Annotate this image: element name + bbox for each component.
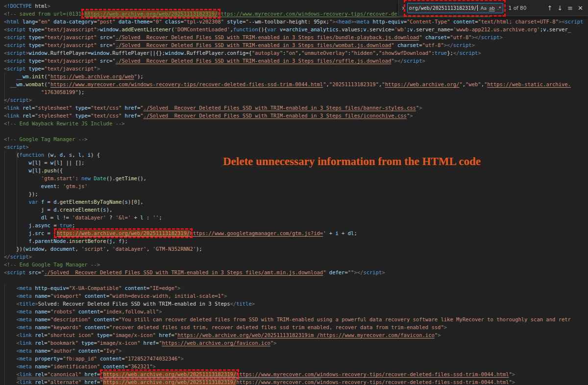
annotation-text: Delete unnecessary information from the …: [223, 155, 481, 168]
code-line: <script>: [4, 143, 588, 151]
code-line: 'gtm.start': new Date().getTime(),: [4, 174, 588, 182]
code-line: <script>window.RufflePlayer=window.Ruffl…: [4, 49, 588, 57]
code-line: <script type="text/javascript">: [4, 65, 588, 72]
code-line: [4, 276, 588, 284]
code-line: dl = l != 'dataLayer' ? '&l=' + l : '';: [4, 214, 588, 221]
code-line: <!-- Google Tag Manager -->: [4, 135, 588, 143]
find-input[interactable]: org/web/20251113182319/ Aa ab .*: [407, 3, 503, 13]
code-line: <link rel="bookmark" type="image/x-icon"…: [4, 339, 588, 347]
annotation-red-box: https://web.archive.org/web/202511131823…: [84, 11, 218, 17]
code-line: <link rel="shortcut icon" type="image/x-…: [4, 331, 588, 339]
previous-match-icon[interactable]: ↑: [547, 5, 552, 11]
annotation-red-box: https://web.archive.org/web/202511131823…: [57, 230, 190, 236]
code-line: j.src = 'https://web.archive.org/web/202…: [4, 229, 588, 237]
close-icon[interactable]: ✕: [578, 5, 583, 11]
code-line: <html lang="en" data-category="post" dat…: [4, 18, 588, 25]
code-line: <script src="./Solved_ Recover Deleted F…: [4, 268, 588, 276]
code-line: </script>: [4, 96, 588, 104]
code-line: <link rel="stylesheet" type="text/css" h…: [4, 104, 588, 112]
code-line: j.async = true;: [4, 221, 588, 229]
code-line: <link rel="stylesheet" type="text/css" h…: [4, 112, 588, 120]
toggle-replace-chevron-icon[interactable]: ›: [401, 4, 406, 11]
horizontal-scrollbar[interactable]: [17, 377, 321, 380]
code-line: "1763058199");: [4, 88, 588, 96]
code-line: <script type="text/javascript" src="./So…: [4, 41, 588, 49]
find-input-red-box: org/web/20251113182319/ Aa ab .*: [407, 3, 503, 13]
code-line: </script>: [4, 253, 588, 261]
code-line: <meta name="viewport" content="width=dev…: [4, 292, 588, 300]
code-line: [4, 127, 588, 135]
find-widget: › org/web/20251113182319/ Aa ab .* 1 of …: [398, 0, 588, 16]
code-line: event: 'gtm.js': [4, 182, 588, 190]
next-match-icon[interactable]: ↓: [557, 5, 563, 11]
code-line: <!-- End Google Tag Manager -->: [4, 261, 588, 268]
find-in-selection-icon[interactable]: ≡: [567, 5, 573, 11]
find-query-text: org/web/20251113182319/: [409, 5, 477, 11]
code-line: });: [4, 190, 588, 198]
code-line: __wm.init("https://web.archive.org/web")…: [4, 72, 588, 80]
code-line: <script type="text/javascript" src="./So…: [4, 57, 588, 65]
match-case-icon[interactable]: Aa: [481, 5, 487, 11]
code-line: <script type="text/javascript" src="./So…: [4, 33, 588, 41]
code-line: f.parentNode.insertBefore(j, f);: [4, 237, 588, 245]
code-line: <script type="text/javascript">window.ad…: [4, 25, 588, 33]
code-line: <meta name="keywords" content="recover d…: [4, 323, 588, 331]
code-line: <meta name="description" content="You st…: [4, 315, 588, 323]
code-line: j = d.createElement(s),: [4, 206, 588, 214]
find-results-count: 1 of 80: [505, 5, 529, 11]
code-line: <meta name="identification" content="362…: [4, 362, 588, 370]
code-line: <!-- End Wayback Rewrite JS Include -->: [4, 120, 588, 127]
code-line: <title>Solved: Recover Deleted Files SSD…: [4, 300, 588, 308]
code-line: <meta name="robots" content="index,follo…: [4, 308, 588, 315]
code-line: __wm.wombat("https://www.myrecover.com/w…: [4, 80, 588, 88]
code-line: var f = d.getElementsByTagName(s)[0],: [4, 198, 588, 206]
whole-word-icon[interactable]: ab: [489, 5, 495, 11]
regex-icon[interactable]: .*: [497, 5, 501, 11]
code-line: <meta http-equiv="X-UA-Compatible" conte…: [4, 284, 588, 292]
code-line: <meta name="author" content="Ivy">: [4, 347, 588, 355]
text-cursor: [477, 5, 478, 11]
code-line: })(window, document, 'script', 'dataLaye…: [4, 245, 588, 253]
code-line: <meta property="fb:app_id" content="1728…: [4, 355, 588, 362]
code-editor[interactable]: <!DOCTYPE html><!-- saved from url=(0131…: [4, 2, 588, 385]
